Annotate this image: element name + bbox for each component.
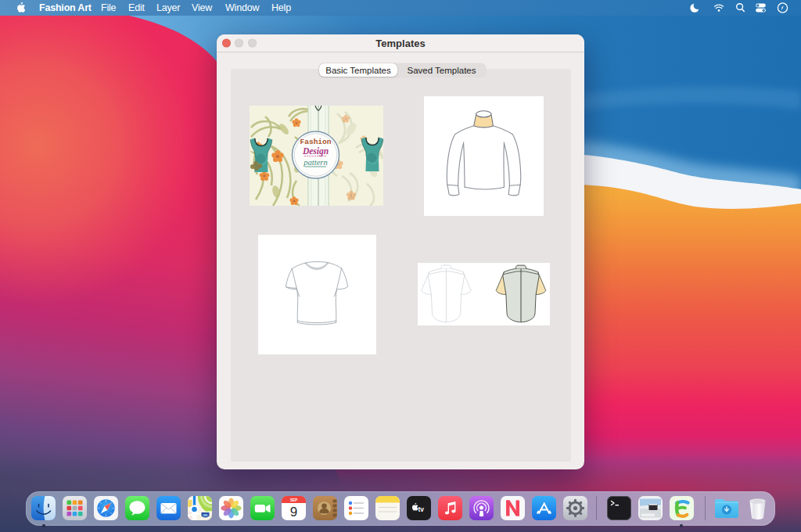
svg-text:tv: tv xyxy=(418,505,424,513)
svg-text:Design: Design xyxy=(302,146,329,156)
svg-text:9: 9 xyxy=(289,505,296,519)
svg-text:SEP: SEP xyxy=(289,498,296,502)
svg-text:pattern: pattern xyxy=(303,158,327,167)
svg-text:Fashion: Fashion xyxy=(300,138,332,146)
